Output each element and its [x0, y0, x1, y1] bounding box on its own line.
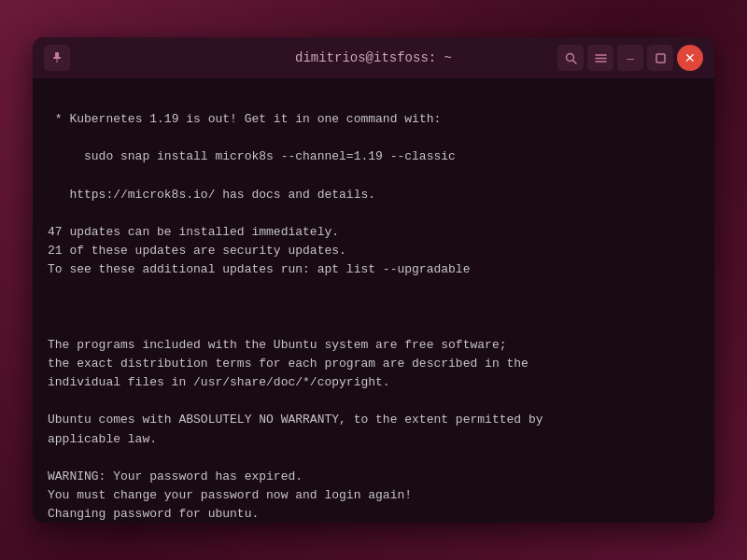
- terminal-line: [48, 91, 699, 110]
- terminal-line: 47 updates can be installed immediately.: [48, 223, 699, 242]
- terminal-body[interactable]: * Kubernetes 1.19 is out! Get it in one …: [33, 78, 714, 523]
- minimize-icon: –: [627, 51, 633, 65]
- terminal-line: applicable law.: [48, 430, 699, 449]
- close-icon: ✕: [684, 50, 696, 65]
- title-bar-left: [44, 45, 70, 71]
- close-button[interactable]: ✕: [677, 45, 703, 71]
- menu-button[interactable]: [587, 45, 613, 71]
- svg-line-4: [572, 60, 576, 63]
- terminal-line: [48, 392, 699, 411]
- window-title: dimitrios@itsfoss: ~: [295, 50, 452, 65]
- terminal-line: [48, 299, 699, 317]
- terminal-line: [48, 279, 699, 298]
- terminal-line: [48, 317, 699, 336]
- svg-rect-2: [57, 59, 58, 63]
- terminal-line: [48, 204, 699, 223]
- minimize-button[interactable]: –: [617, 45, 643, 71]
- terminal-line: * Kubernetes 1.19 is out! Get it in one …: [48, 110, 699, 129]
- terminal-line: the exact distribution terms for each pr…: [48, 355, 699, 373]
- terminal-line: You must change your password now and lo…: [48, 486, 699, 505]
- svg-rect-8: [656, 54, 665, 63]
- terminal-line: [48, 167, 699, 186]
- terminal-output: * Kubernetes 1.19 is out! Get it in one …: [48, 91, 699, 523]
- terminal-line: [48, 129, 699, 147]
- terminal-line: https://microk8s.io/ has docs and detail…: [48, 186, 699, 204]
- terminal-line: sudo snap install microk8s --channel=1.1…: [48, 147, 699, 166]
- svg-rect-1: [53, 57, 61, 59]
- search-button[interactable]: [557, 45, 584, 71]
- pin-icon: [44, 45, 70, 71]
- terminal-line: Changing password for ubuntu.: [48, 505, 699, 523]
- maximize-button[interactable]: [647, 45, 673, 71]
- terminal-line: [48, 449, 699, 468]
- terminal-line: individual files in /usr/share/doc/*/cop…: [48, 373, 699, 392]
- terminal-line: The programs included with the Ubuntu sy…: [48, 336, 699, 355]
- terminal-line: WARNING: Your password has expired.: [48, 468, 699, 486]
- terminal-window: dimitrios@itsfoss: ~ –: [33, 37, 714, 523]
- terminal-line: To see these additional updates run: apt…: [48, 260, 699, 279]
- terminal-line: 21 of these updates are security updates…: [48, 242, 699, 260]
- title-bar-controls: – ✕: [557, 45, 703, 71]
- terminal-line: Ubuntu comes with ABSOLUTELY NO WARRANTY…: [48, 411, 699, 429]
- title-bar: dimitrios@itsfoss: ~ –: [33, 37, 714, 78]
